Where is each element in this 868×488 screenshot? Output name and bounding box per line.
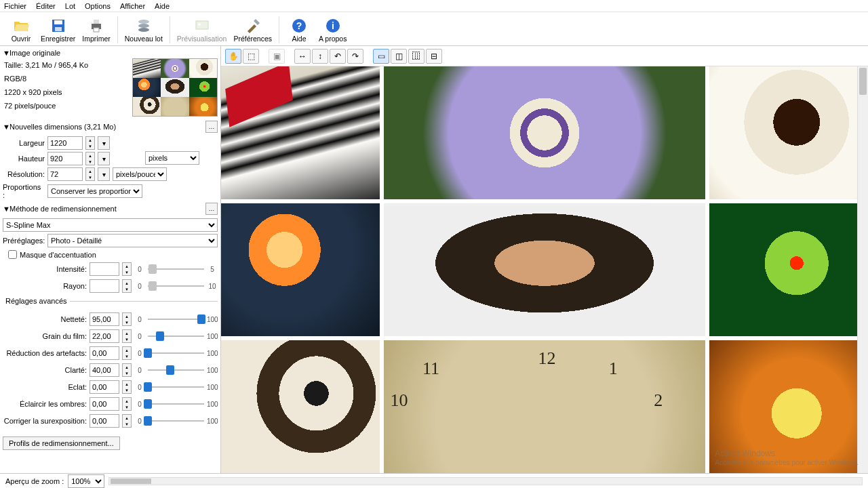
menu-editer[interactable]: Éditer	[36, 2, 56, 10]
section-original-image[interactable]: ▼ Image originale	[3, 47, 218, 58]
resolution-spinner[interactable]: ▲▼	[85, 167, 95, 181]
section-resize-method[interactable]: ▼ Méthode de redimensionnement …	[3, 201, 218, 216]
adv-slider-row: Clarté:▲▼0100	[3, 363, 218, 377]
adv-input[interactable]	[90, 346, 119, 360]
intensity-input[interactable]	[90, 262, 119, 276]
svg-rect-1	[54, 20, 62, 24]
height-lock[interactable]: ▾	[98, 152, 110, 165]
adv-label: Éclaircir les ombres:	[3, 400, 87, 408]
help-label: Aide	[292, 35, 306, 43]
new-batch-label: Nouveau lot	[125, 35, 163, 43]
save-button[interactable]: Enregistrer	[38, 15, 78, 45]
proportions-select[interactable]: Conserver les proportions	[47, 184, 142, 198]
adv-slider[interactable]	[148, 366, 204, 374]
menu-afficher[interactable]: Afficher	[120, 2, 145, 10]
adv-slider[interactable]	[148, 315, 204, 323]
unsharp-checkbox[interactable]	[8, 250, 17, 259]
width-input[interactable]	[47, 136, 83, 150]
zoom-select[interactable]: 100%	[68, 474, 104, 488]
section-title: Nouvelles dimensions (3,21 Mo)	[9, 123, 116, 131]
adv-slider[interactable]	[148, 400, 204, 408]
adv-slider[interactable]	[148, 349, 204, 357]
menu-fichier[interactable]: Fichier	[4, 2, 26, 10]
radius-slider[interactable]	[148, 282, 204, 290]
collapse-icon: ▼	[3, 49, 9, 57]
print-button[interactable]: Imprimer	[79, 15, 113, 45]
about-button[interactable]: i A propos	[316, 15, 349, 45]
adv-spinner[interactable]: ▲▼	[122, 380, 132, 394]
algorithm-select[interactable]: S-Spline Max	[3, 218, 218, 232]
adv-slider-row: Netteté:▲▼0100	[3, 312, 218, 326]
adv-slider-row: Eclat:▲▼0100	[3, 380, 218, 394]
adv-max: 100	[207, 401, 218, 408]
intensity-slider[interactable]	[148, 265, 204, 273]
vertical-scrollbar[interactable]	[857, 66, 868, 473]
new-batch-button[interactable]: Nouveau lot	[122, 15, 165, 45]
adv-spinner[interactable]: ▲▼	[122, 397, 132, 411]
section-new-dimensions[interactable]: ▼ Nouvelles dimensions (3,21 Mo) …	[3, 119, 218, 134]
rotate-ccw-tool[interactable]: ↶	[330, 49, 346, 64]
resize-profiles-button[interactable]: Profils de redimensionnement...	[3, 436, 120, 450]
menu-options[interactable]: Options	[85, 2, 111, 10]
resolution-lock[interactable]: ▾	[98, 167, 110, 181]
adv-slider[interactable]	[148, 332, 204, 340]
width-lock[interactable]: ▾	[98, 136, 110, 150]
print-label: Imprimer	[82, 35, 110, 43]
adv-slider[interactable]	[148, 383, 204, 391]
adv-spinner[interactable]: ▲▼	[122, 346, 132, 360]
save-label: Enregistrer	[41, 35, 75, 43]
adv-input[interactable]	[90, 329, 119, 343]
preset-select[interactable]: Photo - Détaillé	[47, 234, 218, 247]
image-region	[221, 66, 380, 199]
marquee-tool[interactable]: ⬚	[243, 49, 259, 64]
svg-rect-9	[196, 21, 208, 29]
view-single[interactable]: ▭	[373, 49, 389, 64]
resolution-unit-select[interactable]: pixels/pouce	[113, 167, 167, 181]
adv-input[interactable]	[90, 414, 119, 428]
settings-sidebar: ▼ Image originale Taille: 3,21 Mo / 965,…	[0, 46, 221, 473]
more-button[interactable]: …	[205, 203, 218, 215]
adv-spinner[interactable]: ▲▼	[122, 312, 132, 326]
radius-input[interactable]	[90, 279, 119, 293]
svg-point-7	[138, 24, 149, 28]
width-spinner[interactable]: ▲▼	[85, 136, 95, 150]
preferences-button[interactable]: Préférences	[231, 15, 275, 45]
adv-input[interactable]	[90, 312, 119, 326]
height-spinner[interactable]: ▲▼	[85, 152, 95, 165]
flip-h-tool[interactable]: ↔	[294, 49, 311, 64]
svg-point-10	[198, 23, 201, 26]
view-grid[interactable]: ⊟	[426, 49, 442, 64]
view-split-h[interactable]: ◫	[391, 49, 407, 64]
more-button[interactable]: …	[205, 121, 218, 133]
image-region	[709, 340, 868, 473]
radius-spinner[interactable]: ▲▼	[122, 279, 132, 293]
hand-tool[interactable]: ✋	[225, 49, 241, 64]
intensity-spinner[interactable]: ▲▼	[122, 262, 132, 276]
intensity-max: 5	[207, 266, 218, 273]
adv-input[interactable]	[90, 380, 119, 394]
help-button[interactable]: ? Aide	[283, 15, 315, 45]
height-input[interactable]	[47, 152, 83, 165]
adv-input[interactable]	[90, 363, 119, 377]
adv-spinner[interactable]: ▲▼	[122, 414, 132, 428]
image-preview[interactable]: 12 1 2 11 10	[221, 66, 868, 473]
section-title: Image originale	[9, 49, 60, 57]
image-region	[709, 203, 868, 336]
menu-aide[interactable]: Aide	[155, 2, 170, 10]
flip-v-tool[interactable]: ↕	[312, 49, 328, 64]
rotate-cw-tool[interactable]: ↷	[347, 49, 363, 64]
preview-button: Prévisualisation	[174, 15, 230, 45]
open-button[interactable]: Ouvrir	[5, 15, 37, 45]
adv-max: 100	[207, 367, 218, 374]
adv-spinner[interactable]: ▲▼	[122, 363, 132, 377]
adv-input[interactable]	[90, 397, 119, 411]
menu-lot[interactable]: Lot	[65, 2, 75, 10]
adv-spinner[interactable]: ▲▼	[122, 329, 132, 343]
view-split-v[interactable]: ⿲	[408, 49, 425, 64]
resolution-input[interactable]	[47, 167, 83, 181]
adv-min: 0	[134, 316, 145, 323]
horizontal-scrollbar[interactable]	[108, 477, 863, 485]
adv-slider[interactable]	[148, 417, 204, 425]
size-unit-select[interactable]: pixels	[145, 151, 199, 165]
adv-max: 100	[207, 350, 218, 357]
